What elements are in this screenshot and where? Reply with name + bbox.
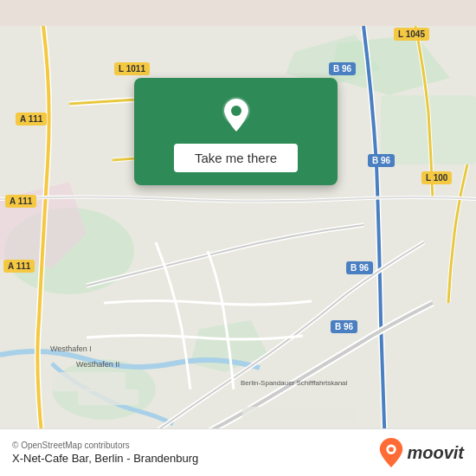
spandauer-label: Berlin-Spandauer Schifffahrtskanal [241,379,347,387]
road-label-b96-1: B 96 [329,62,356,75]
map-container: A 111 A 111 A 111 L 1011 L 1011 B 96 B 9… [0,0,476,476]
road-label-a111-1: A 111 [16,113,47,125]
take-me-there-button[interactable]: Take me there [174,144,298,172]
location-label: X-Net-Cafe Bar, Berlin - Brandenburg [12,452,198,465]
moovit-pin-icon [379,438,403,467]
svg-rect-10 [242,407,355,422]
attribution-text: © OpenStreetMap contributors [12,441,198,450]
svg-point-14 [389,447,395,452]
location-pin-icon [217,95,255,133]
road-label-b96-4: B 96 [331,320,357,333]
road-label-a111-3: A 111 [3,260,35,273]
road-label-l100: L 100 [421,171,452,184]
popup-card: Take me there [134,78,338,185]
moovit-logo-text: moovit [407,443,464,463]
road-label-b96-2: B 96 [368,154,395,167]
svg-point-12 [231,106,241,116]
westhafen-label-2: Westhafen II [76,360,119,369]
map-roads [0,0,476,476]
bottom-left-info: © OpenStreetMap contributors X-Net-Cafe … [12,441,198,465]
road-label-l1045: L 1045 [394,28,429,41]
westhafen-label-1: Westhafen I [50,344,92,353]
svg-rect-9 [78,389,138,405]
svg-rect-8 [52,372,125,391]
bottom-bar: © OpenStreetMap contributors X-Net-Cafe … [0,428,476,476]
moovit-logo: moovit [379,438,464,467]
road-label-l1011-1: L 1011 [114,62,150,75]
road-label-b96-3: B 96 [346,261,373,274]
road-label-a111-2: A 111 [5,195,36,208]
